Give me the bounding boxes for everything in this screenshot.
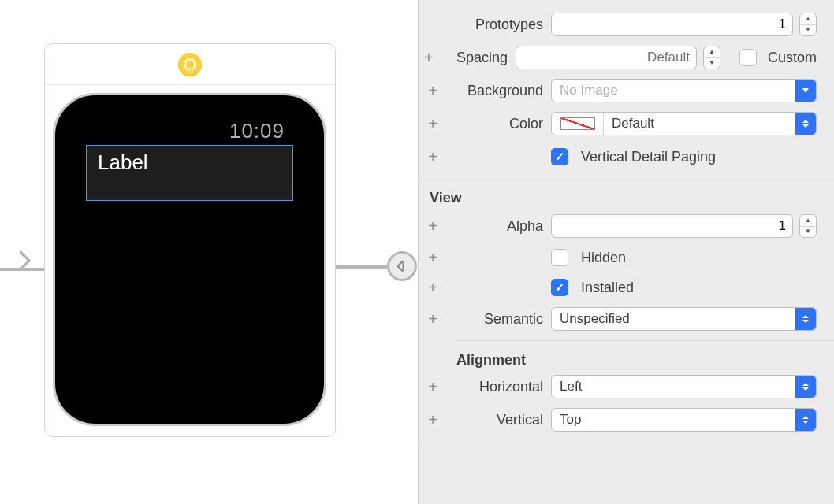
color-label: Color xyxy=(447,116,551,132)
hidden-checkbox[interactable] xyxy=(551,249,568,266)
spacing-label: Spacing xyxy=(439,50,516,66)
chevron-updown-icon xyxy=(795,113,816,135)
wk-label-element[interactable]: Label xyxy=(86,145,293,201)
attributes-inspector: Prototypes ▲▼ + Spacing ▲▼ Custom + Back… xyxy=(418,0,834,504)
semantic-popup[interactable]: Unspecified xyxy=(551,307,817,331)
background-value: No Image xyxy=(560,83,618,98)
add-variation-icon[interactable]: + xyxy=(419,49,439,67)
view-heading: View xyxy=(419,180,834,209)
svg-rect-0 xyxy=(403,261,404,271)
divider xyxy=(419,443,834,443)
semantic-label: Semantic xyxy=(447,311,551,328)
add-variation-icon[interactable]: + xyxy=(419,148,447,166)
chevron-down-icon xyxy=(795,80,816,102)
add-variation-icon[interactable]: + xyxy=(419,310,447,328)
color-value: Default xyxy=(604,116,654,132)
installed-label: Installed xyxy=(581,280,634,296)
chevron-updown-icon xyxy=(795,409,816,431)
add-variation-icon[interactable]: + xyxy=(419,82,447,100)
spacing-custom-checkbox[interactable] xyxy=(739,49,757,66)
prototypes-label: Prototypes xyxy=(447,17,551,33)
color-popup[interactable]: Default xyxy=(551,112,817,135)
add-variation-icon[interactable]: + xyxy=(419,217,447,235)
wk-label-text: Label xyxy=(98,150,148,175)
spacing-field[interactable] xyxy=(516,46,697,69)
vertical-detail-paging-checkbox[interactable] xyxy=(551,148,568,165)
add-variation-icon[interactable]: + xyxy=(419,115,447,133)
status-time: 10:09 xyxy=(229,119,285,143)
color-swatch[interactable] xyxy=(552,113,604,135)
add-variation-icon[interactable]: + xyxy=(419,378,447,396)
installed-checkbox[interactable] xyxy=(551,279,568,296)
vertical-detail-paging-label: Vertical Detail Paging xyxy=(581,149,716,165)
horizontal-value: Left xyxy=(560,379,582,395)
entry-point-icon[interactable] xyxy=(387,251,417,281)
add-variation-icon[interactable]: + xyxy=(419,411,447,429)
watch-screen[interactable]: 10:09 Label xyxy=(53,93,326,426)
add-variation-icon[interactable]: + xyxy=(419,279,447,297)
prototypes-stepper[interactable]: ▲▼ xyxy=(799,13,817,36)
divider xyxy=(456,340,834,341)
hidden-label: Hidden xyxy=(581,250,626,266)
spacing-stepper[interactable]: ▲▼ xyxy=(703,46,720,69)
alpha-field[interactable] xyxy=(551,214,793,238)
horizontal-popup[interactable]: Left xyxy=(551,375,817,398)
watch-scene[interactable]: 10:09 Label xyxy=(44,43,336,437)
interface-controller-icon xyxy=(178,53,202,76)
spacing-custom-label: Custom xyxy=(768,50,817,66)
vertical-value: Top xyxy=(560,412,581,428)
horizontal-label: Horizontal xyxy=(447,379,551,395)
scene-header[interactable] xyxy=(45,44,335,85)
vertical-popup[interactable]: Top xyxy=(551,408,817,432)
prototypes-field[interactable] xyxy=(551,13,793,36)
vertical-label: Vertical xyxy=(447,412,551,428)
add-variation-icon[interactable]: + xyxy=(419,249,447,267)
background-label: Background xyxy=(447,83,551,99)
background-popup[interactable]: No Image xyxy=(551,79,817,102)
alpha-label: Alpha xyxy=(447,218,551,235)
alpha-stepper[interactable]: ▲▼ xyxy=(799,214,817,238)
segue-in-arrow xyxy=(0,236,44,299)
svg-rect-1 xyxy=(186,60,195,69)
storyboard-canvas[interactable]: 10:09 Label xyxy=(0,0,418,504)
chevron-updown-icon xyxy=(795,308,816,330)
semantic-value: Unspecified xyxy=(560,311,630,327)
alignment-heading: Alignment xyxy=(419,346,834,370)
chevron-updown-icon xyxy=(795,376,816,398)
